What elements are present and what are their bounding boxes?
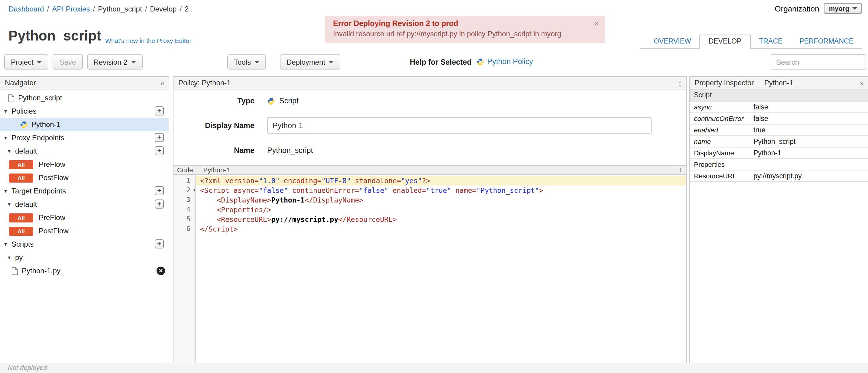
tools-button[interactable]: Tools: [227, 54, 266, 69]
breadcrumb-item[interactable]: Dashboard: [8, 5, 44, 13]
tab-bar: OVERVIEWDEVELOPTRACEPERFORMANCE: [641, 34, 862, 49]
code-lines: 1<?xml version="1.0" encoding="UTF-8" st…: [174, 175, 686, 234]
file-icon: [8, 94, 14, 102]
collapse-right-panel-icon[interactable]: »: [860, 77, 864, 90]
property-value[interactable]: false: [751, 101, 868, 113]
save-button[interactable]: Save: [53, 54, 83, 69]
property-row-enabled[interactable]: enabledtrue: [690, 124, 868, 135]
collapse-triangle-icon[interactable]: ▾: [4, 241, 11, 247]
add-button[interactable]: +: [155, 106, 164, 116]
search-input[interactable]: [771, 54, 866, 69]
navigator-item-python-1-py[interactable]: Python-1.py✕: [0, 264, 168, 278]
code-text: <Properties/>: [196, 205, 686, 215]
tab-overview[interactable]: OVERVIEW: [645, 34, 700, 49]
add-button[interactable]: +: [155, 146, 164, 155]
property-row-continueonerror[interactable]: continueOnErrorfalse: [690, 113, 868, 124]
property-section-label: Script: [690, 90, 868, 101]
item-label: PostFlow: [39, 227, 69, 235]
flow-condition-badge: All: [9, 213, 33, 222]
navigator-item-py[interactable]: ▾py: [0, 251, 168, 264]
property-row-async[interactable]: asyncfalse: [690, 101, 868, 113]
property-value[interactable]: Python_script: [751, 135, 868, 147]
navigator-item-python-script[interactable]: Python_script: [0, 91, 168, 104]
code-line[interactable]: 2▾<Script async="false" continueOnError=…: [174, 186, 686, 195]
python-policy-help-link[interactable]: Python Policy: [487, 57, 533, 66]
code-line[interactable]: 1<?xml version="1.0" encoding="UTF-8" st…: [174, 176, 686, 186]
item-label: Scripts: [11, 240, 34, 248]
property-table: Script asyncfalsecontinueOnErrorfalseena…: [690, 90, 868, 182]
property-value[interactable]: [751, 158, 868, 170]
navigator-item-preflow[interactable]: AllPreFlow: [0, 158, 168, 171]
policy-editor-panel: Policy: Python-1 ↕ Type Script Display N…: [173, 76, 687, 363]
navigator-item-postflow[interactable]: AllPostFlow: [0, 224, 168, 238]
collapse-triangle-icon[interactable]: ▾: [4, 108, 11, 114]
close-icon[interactable]: ×: [594, 18, 599, 28]
property-row-displayname[interactable]: DisplayNamePython-1: [690, 147, 868, 158]
add-button[interactable]: +: [155, 186, 164, 195]
revision-button[interactable]: Revision 2: [87, 54, 142, 69]
collapse-left-panel-icon[interactable]: «: [160, 77, 164, 90]
navigator-item-scripts[interactable]: ▾Scripts+: [0, 238, 168, 251]
item-label: PreFlow: [39, 213, 65, 222]
breadcrumb-separator: /: [47, 5, 49, 13]
apigee-proxy-editor: Dashboard/API Proxies/Python_script/Deve…: [0, 0, 868, 373]
tab-trace[interactable]: TRACE: [750, 34, 791, 49]
property-name: continueOnError: [690, 113, 751, 124]
policy-panel-title: Policy: Python-1: [178, 79, 230, 87]
collapse-triangle-icon[interactable]: ▾: [8, 254, 14, 260]
code-line[interactable]: 3 <DisplayName>Python-1</DisplayName>: [174, 195, 686, 205]
error-banner: Error Deploying Revision 2 to prod Inval…: [324, 16, 605, 43]
display-name-input[interactable]: [267, 117, 652, 134]
navigator-item-python-1[interactable]: Python-1: [0, 118, 168, 131]
navigator-item-target-endpoints[interactable]: ▾Target Endpoints+: [0, 184, 168, 198]
collapse-triangle-icon[interactable]: ▾: [4, 188, 11, 194]
toolbar: Project Save Revision 2 Tools Deployment…: [0, 53, 868, 72]
project-button[interactable]: Project: [4, 54, 49, 69]
navigator-item-proxy-endpoints[interactable]: ▾Proxy Endpoints+: [0, 131, 168, 145]
property-value[interactable]: Python-1: [751, 147, 868, 158]
property-row-properties[interactable]: Properties: [690, 158, 868, 170]
code-editor[interactable]: 1<?xml version="1.0" encoding="UTF-8" st…: [174, 175, 686, 363]
code-text: <ResourceURL>py://myscript.py</ResourceU…: [196, 215, 686, 224]
collapse-triangle-icon[interactable]: ▾: [8, 148, 14, 154]
navigator-panel: Navigator « Python_script▾Policies+Pytho…: [0, 76, 169, 363]
line-number: 3: [174, 195, 196, 205]
code-line[interactable]: 6</Script>: [174, 224, 686, 234]
add-button[interactable]: +: [155, 133, 164, 142]
code-line[interactable]: 5 <ResourceURL>py://myscript.py</Resourc…: [174, 215, 686, 224]
navigator-item-postflow[interactable]: AllPostFlow: [0, 171, 168, 184]
whats-new-link[interactable]: What's new in the Proxy Editor: [105, 37, 191, 44]
expand-collapse-icon[interactable]: ↕: [678, 77, 682, 90]
policy-help-group: Python Policy: [476, 57, 533, 66]
property-value[interactable]: py://myscript.py: [751, 170, 868, 181]
fold-icon[interactable]: ▾: [193, 186, 196, 195]
property-row-resourceurl[interactable]: ResourceURLpy://myscript.py: [690, 170, 868, 181]
delete-icon[interactable]: ✕: [157, 267, 165, 275]
tab-performance[interactable]: PERFORMANCE: [791, 34, 862, 49]
navigator-item-policies[interactable]: ▾Policies+: [0, 104, 168, 118]
deployment-button[interactable]: Deployment: [280, 54, 340, 69]
breadcrumb-item: Develop: [150, 5, 177, 13]
property-value[interactable]: true: [751, 124, 868, 135]
code-header: Code Python-1 ↕: [174, 165, 686, 175]
collapse-triangle-icon[interactable]: ▾: [8, 201, 14, 207]
main-area: Navigator « Python_script▾Policies+Pytho…: [0, 76, 868, 363]
add-button[interactable]: +: [155, 199, 164, 209]
expand-collapse-icon[interactable]: ↕: [679, 166, 682, 174]
add-button[interactable]: +: [155, 239, 164, 248]
property-name: DisplayName: [690, 147, 751, 158]
navigator-item-default[interactable]: ▾default+: [0, 198, 168, 211]
collapse-triangle-icon[interactable]: ▾: [4, 135, 11, 141]
navigator-item-default[interactable]: ▾default+: [0, 145, 168, 158]
breadcrumb-item[interactable]: API Proxies: [52, 5, 90, 13]
type-row: Type Script: [174, 94, 686, 107]
code-file-name: Python-1: [204, 166, 230, 174]
navigator-item-preflow[interactable]: AllPreFlow: [0, 211, 168, 224]
code-line[interactable]: 4 <Properties/>: [174, 205, 686, 215]
organization-dropdown[interactable]: myorg: [824, 3, 862, 14]
tools-button-label: Tools: [234, 58, 251, 66]
type-label: Type: [174, 97, 254, 105]
tab-develop[interactable]: DEVELOP: [700, 34, 750, 49]
property-value[interactable]: false: [751, 113, 868, 124]
property-row-name[interactable]: namePython_script: [690, 135, 868, 147]
